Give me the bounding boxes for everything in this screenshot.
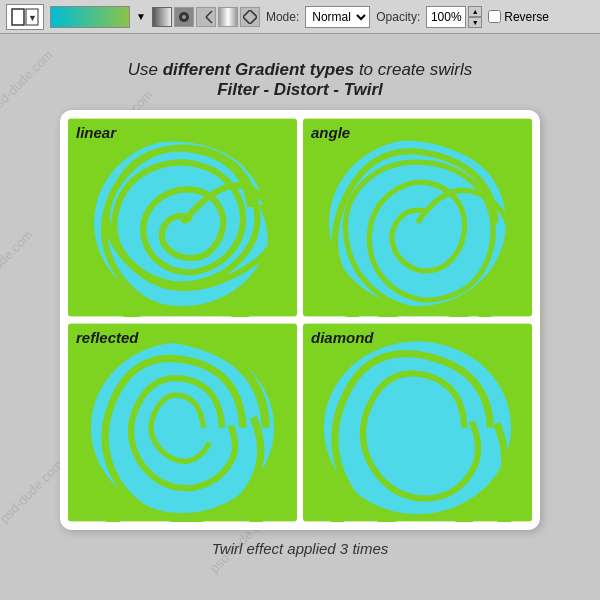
blend-diamond-icon[interactable] (240, 7, 260, 27)
cell-diamond: diamond (303, 323, 532, 522)
footer-text: Twirl effect applied 3 times (212, 540, 388, 557)
gradient-dropdown-arrow[interactable]: ▼ (136, 11, 146, 22)
blend-radial-icon[interactable] (174, 7, 194, 27)
cell-angle-label: angle (311, 124, 350, 141)
reverse-label: Reverse (504, 10, 549, 24)
diamond-svg (303, 323, 532, 522)
main-area: Use different Gradient types to create s… (0, 34, 600, 565)
blend-reflected-icon[interactable] (218, 7, 238, 27)
linear-svg (68, 118, 297, 317)
cell-linear: linear (68, 118, 297, 317)
toolbar: ▼ ▼ Mode: Normal Opacity: ▲ ▼ R (0, 0, 600, 34)
angle-svg (303, 118, 532, 317)
gradient-preview[interactable] (50, 6, 130, 28)
reflected-svg (68, 323, 297, 522)
tool-selector[interactable]: ▼ (6, 4, 44, 30)
svg-point-4 (182, 15, 186, 19)
reverse-checkbox[interactable] (488, 10, 501, 23)
title-section: Use different Gradient types to create s… (128, 60, 473, 100)
title-line1: Use different Gradient types to create s… (128, 60, 473, 80)
svg-rect-5 (243, 10, 257, 24)
cell-reflected-label: reflected (76, 329, 139, 346)
cell-linear-label: linear (76, 124, 116, 141)
opacity-down-arrow[interactable]: ▼ (468, 17, 482, 28)
title-line2: Filter - Distort - Twirl (128, 80, 473, 100)
mode-select[interactable]: Normal (305, 6, 370, 28)
reverse-checkbox-group: Reverse (488, 10, 549, 24)
svg-text:▼: ▼ (28, 13, 37, 23)
opacity-input[interactable] (426, 6, 466, 28)
cell-diamond-label: diamond (311, 329, 374, 346)
blend-linear-icon[interactable] (152, 7, 172, 27)
opacity-arrows: ▲ ▼ (468, 6, 482, 28)
blend-angle-icon[interactable] (196, 7, 216, 27)
blend-mode-icons (152, 7, 260, 27)
opacity-up-arrow[interactable]: ▲ (468, 6, 482, 17)
opacity-group: ▲ ▼ (426, 6, 482, 28)
mode-label: Mode: (266, 10, 299, 24)
svg-rect-0 (12, 9, 24, 25)
gradient-grid: linear angle (60, 110, 540, 530)
opacity-label: Opacity: (376, 10, 420, 24)
cell-reflected: reflected (68, 323, 297, 522)
cell-angle: angle (303, 118, 532, 317)
